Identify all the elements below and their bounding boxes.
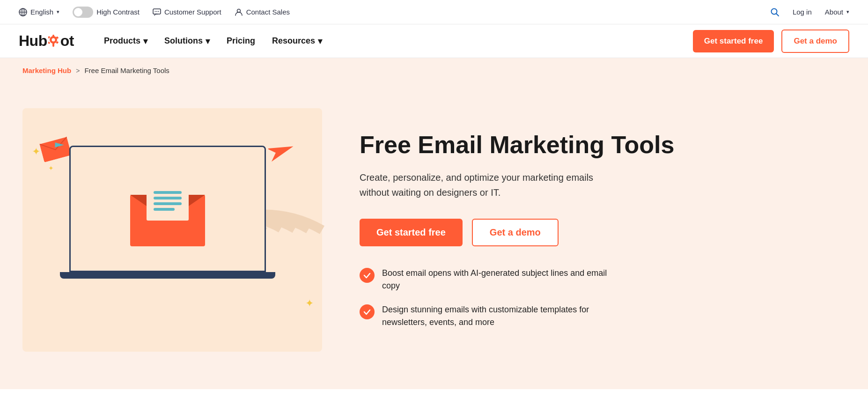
feature-text-1: Boost email opens with AI-generated subj…	[382, 267, 625, 292]
hero-section: ✦ ✦ ✦	[0, 80, 868, 389]
hero-get-started-button[interactable]: Get started free	[360, 219, 463, 246]
high-contrast-toggle[interactable]: High Contrast	[73, 7, 140, 18]
language-label: English	[30, 8, 53, 16]
nav-items: Products ▾ Solutions ▾ Pricing Resources…	[96, 32, 693, 50]
breadcrumb-current-page: Free Email Marketing Tools	[84, 66, 169, 74]
nav-products-label: Products	[104, 36, 140, 46]
search-icon	[770, 7, 780, 17]
svg-rect-24	[154, 191, 182, 194]
chat-icon	[153, 8, 161, 16]
nav-products-chevron: ▾	[143, 36, 147, 46]
svg-rect-26	[154, 202, 182, 205]
feature-item-2: Design stunning emails with customizable…	[360, 303, 678, 329]
svg-point-6	[156, 11, 157, 12]
logo-spot-icon	[48, 34, 59, 49]
language-selector[interactable]: English ▾	[19, 8, 59, 16]
login-label: Log in	[793, 8, 812, 16]
nav-solutions-chevron: ▾	[206, 36, 210, 46]
svg-point-13	[51, 38, 55, 41]
svg-marker-21	[268, 140, 296, 162]
nav-resources-label: Resources	[272, 36, 315, 46]
utility-bar-right: Log in About ▾	[770, 7, 849, 17]
customer-support-link[interactable]: Customer Support	[153, 8, 221, 16]
sparkle-decoration-3: ✦	[305, 297, 314, 310]
arrow-decoration	[268, 139, 296, 164]
logo-wordmark: Hub ot	[19, 32, 74, 50]
floating-envelope-icon	[38, 133, 74, 162]
hero-cta-buttons: Get started free Get a demo	[360, 219, 678, 246]
svg-rect-14	[52, 35, 54, 37]
globe-icon	[19, 8, 27, 16]
hubspot-sprocket	[48, 35, 59, 48]
laptop-screen	[69, 146, 266, 272]
send-arrow-icon	[268, 139, 296, 162]
about-menu[interactable]: About ▾	[825, 8, 849, 16]
hubspot-logo[interactable]: Hub ot	[19, 32, 74, 50]
screen-envelope	[125, 181, 210, 246]
contrast-switch[interactable]	[73, 7, 93, 18]
login-link[interactable]: Log in	[793, 8, 812, 16]
sparkle-decoration-1: ✦	[32, 146, 40, 158]
nav-resources[interactable]: Resources ▾	[265, 32, 330, 50]
nav-pricing[interactable]: Pricing	[219, 32, 263, 50]
utility-bar-left: English ▾ High Contrast Customer Support…	[19, 7, 770, 18]
hero-illustration: ✦ ✦ ✦	[22, 108, 322, 352]
svg-rect-23	[147, 183, 189, 221]
breadcrumb-separator: >	[76, 67, 80, 74]
high-contrast-label: High Contrast	[96, 8, 140, 16]
hero-content: Free Email Marketing Tools Create, perso…	[360, 131, 678, 329]
utility-bar: English ▾ High Contrast Customer Support…	[0, 0, 868, 24]
checkmark-icon-2	[363, 308, 371, 316]
language-chevron: ▾	[57, 9, 59, 15]
logo-spot-text: ot	[60, 32, 74, 50]
nav-resources-chevron: ▾	[318, 36, 322, 46]
breadcrumb-parent-link[interactable]: Marketing Hub	[22, 66, 71, 74]
contact-sales-label: Contact Sales	[246, 8, 290, 16]
nav-get-started-button[interactable]: Get started free	[693, 30, 774, 52]
main-navigation: Hub ot Produc	[0, 24, 868, 58]
floating-envelope	[41, 136, 72, 161]
sparkle-decoration-2: ✦	[48, 164, 54, 172]
nav-ctas: Get started free Get a demo	[693, 30, 849, 53]
nav-products[interactable]: Products ▾	[96, 32, 155, 50]
svg-line-10	[776, 14, 779, 16]
search-button[interactable]	[770, 7, 780, 17]
logo-hub-text: Hub	[19, 32, 47, 50]
feature-item-1: Boost email opens with AI-generated subj…	[360, 267, 678, 292]
customer-support-label: Customer Support	[164, 8, 221, 16]
laptop-illustration	[69, 146, 266, 277]
svg-point-7	[158, 11, 159, 12]
svg-rect-27	[154, 208, 175, 211]
feature-list: Boost email opens with AI-generated subj…	[360, 267, 678, 329]
about-label: About	[825, 8, 843, 16]
nav-pricing-label: Pricing	[227, 36, 255, 46]
checkmark-icon-1	[363, 272, 371, 279]
svg-point-5	[154, 11, 155, 12]
feature-text-2: Design stunning emails with customizable…	[382, 303, 625, 329]
screen-envelope-svg	[125, 181, 210, 246]
nav-solutions[interactable]: Solutions ▾	[157, 32, 217, 50]
svg-point-9	[771, 8, 777, 14]
feature-check-2	[360, 304, 375, 319]
svg-rect-18	[48, 41, 51, 44]
nav-get-demo-button[interactable]: Get a demo	[781, 30, 849, 53]
svg-rect-25	[154, 197, 182, 199]
person-icon	[235, 8, 243, 16]
hero-subtitle: Create, personalize, and optimize your m…	[360, 170, 622, 200]
contact-sales-link[interactable]: Contact Sales	[235, 8, 290, 16]
laptop-base	[60, 272, 275, 279]
breadcrumb: Marketing Hub > Free Email Marketing Too…	[0, 58, 868, 80]
about-chevron: ▾	[846, 9, 849, 15]
hero-get-demo-button[interactable]: Get a demo	[472, 219, 559, 246]
feature-check-1	[360, 268, 375, 283]
nav-solutions-label: Solutions	[164, 36, 203, 46]
hero-title: Free Email Marketing Tools	[360, 131, 678, 159]
